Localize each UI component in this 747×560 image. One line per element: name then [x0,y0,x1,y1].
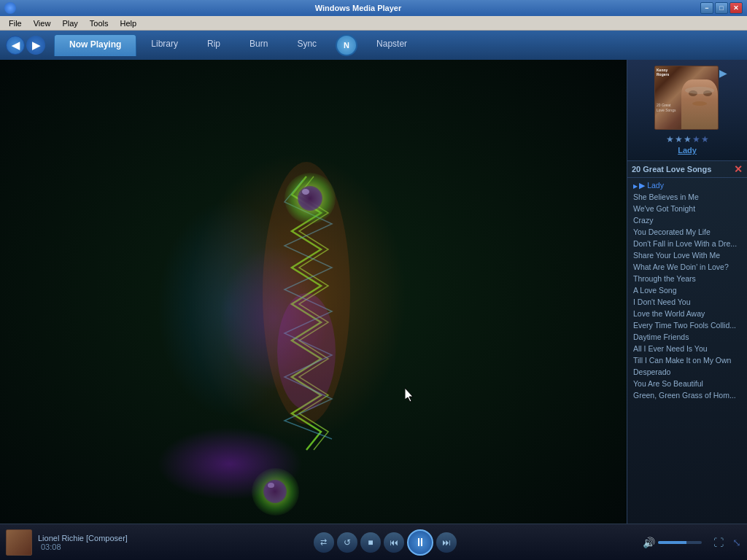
playlist-title: 20 Great Love Songs [632,165,711,174]
bottom-bar: Lionel Richie [Composer] 03:08 ⇄ ↺ ■ ⏮ ⏸… [0,524,747,560]
window-title: Windows Media Player [16,4,700,12]
tab-rip[interactable]: Rip [193,34,235,56]
tab-now-playing[interactable]: Now Playing [54,34,136,56]
playlist-item[interactable]: Desperado [627,366,747,378]
shuffle-button[interactable]: ⇄ [314,532,334,553]
playlist-item[interactable]: Share Your Love With Me [627,249,747,261]
right-panel: Kenny Rogers 20 Great Love Songs [627,60,747,524]
menubar: File View Play Tools Help [0,16,747,31]
tab-napster[interactable]: Napster [362,34,422,56]
playlist-item[interactable]: I Don't Need You [627,296,747,308]
playlist-item[interactable]: A Love Song [627,284,747,296]
prev-button[interactable]: ⏮ [384,532,404,553]
artist-name: Lionel Richie [Composer] [38,534,128,542]
window-controls: − □ ✕ [700,2,743,14]
tab-burn[interactable]: Burn [235,34,282,56]
volume-slider[interactable] [658,541,702,544]
album-arrow[interactable]: ▶ [719,67,727,79]
playlist-item[interactable]: Through the Years [627,273,747,284]
window-icon [4,2,16,14]
nav-tabs: Now Playing Library Rip Burn Sync N Naps… [54,34,741,56]
next-button[interactable]: ⏭ [436,532,457,553]
track-info: Lionel Richie [Composer] 03:08 [38,534,128,551]
playlist-item[interactable]: She Believes in Me [627,191,747,203]
stop-button[interactable]: ■ [360,532,381,553]
playlist-item[interactable]: Don't Fall in Love With a Dre... [627,238,747,249]
menu-tools[interactable]: Tools [84,18,115,29]
playlist-item[interactable]: You Decorated My Life [627,226,747,238]
visualization [0,60,627,524]
titlebar: Windows Media Player − □ ✕ [0,0,747,16]
close-button[interactable]: ✕ [729,2,743,14]
star-rating[interactable]: ★ ★ ★ ★ ★ [666,134,709,144]
player-controls: ⇄ ↺ ■ ⏮ ⏸ ⏭ [133,529,637,556]
playlist-item[interactable]: We've Got Tonight [627,203,747,214]
play-pause-button[interactable]: ⏸ [407,529,433,556]
maximize-button[interactable]: □ [715,2,728,14]
restore-button[interactable]: ⤡ [732,537,741,548]
track-time: 03:08 [41,542,128,551]
current-song-title[interactable]: Lady [678,146,697,155]
playlist-item[interactable]: What Are We Doin' in Love? [627,261,747,273]
svg-point-1 [277,293,336,410]
playlist-item[interactable]: Every Time Two Fools Collid... [627,319,747,331]
playlist-item[interactable]: Daytime Friends [627,331,747,343]
menu-help[interactable]: Help [114,18,142,29]
forward-button[interactable]: ▶ [26,36,45,55]
tab-library[interactable]: Library [136,34,193,56]
minimize-button[interactable]: − [700,2,713,14]
volume-icon: 🔊 [643,537,655,548]
playlist-header: 20 Great Love Songs ✕ [627,161,747,178]
playlist-item[interactable]: ▶ Lady [627,179,747,191]
menu-play[interactable]: Play [56,18,83,29]
album-art-container: Kenny Rogers 20 Great Love Songs [654,66,720,131]
playlist-item[interactable]: All I Ever Need Is You [627,343,747,354]
viz-canvas [0,60,627,524]
playlist[interactable]: ▶ LadyShe Believes in MeWe've Got Tonigh… [627,178,747,524]
playlist-item[interactable]: You Are So Beautiful [627,378,747,389]
playlist-item[interactable]: Green, Green Grass of Hom... [627,389,747,401]
back-button[interactable]: ◀ [6,36,25,55]
napster-button[interactable]: N [336,34,357,56]
volume-area: 🔊 [643,537,702,548]
playlist-item[interactable]: Till I Can Make It on My Own [627,354,747,366]
fullscreen-button[interactable]: ⛶ [713,537,724,548]
album-section: Kenny Rogers 20 Great Love Songs [627,60,747,161]
main-area: Kenny Rogers 20 Great Love Songs [0,60,747,524]
album-art[interactable]: Kenny Rogers 20 Great Love Songs [654,66,719,130]
playlist-item[interactable]: Love the World Away [627,308,747,319]
repeat-button[interactable]: ↺ [337,532,357,553]
bottom-album-art [6,529,32,556]
navbar: ◀ ▶ Now Playing Library Rip Burn Sync N … [0,31,747,60]
menu-file[interactable]: File [3,18,28,29]
playlist-item[interactable]: Crazy [627,214,747,226]
menu-view[interactable]: View [28,18,57,29]
tab-sync[interactable]: Sync [282,34,331,56]
playlist-close-button[interactable]: ✕ [734,163,743,175]
